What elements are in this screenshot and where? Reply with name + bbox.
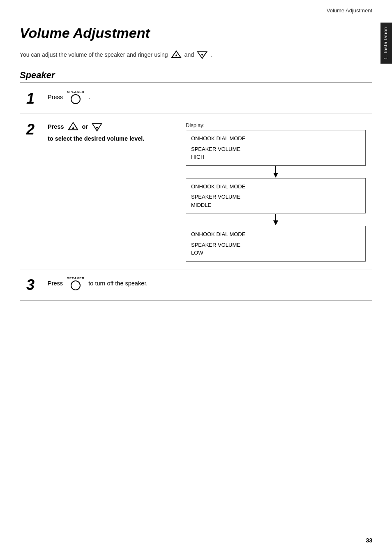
intro-and: and bbox=[184, 51, 194, 58]
display-low-line1: ONHOOK DIAL MODE bbox=[191, 230, 360, 239]
display-middle-line2: SPEAKER VOLUME bbox=[191, 193, 360, 201]
display-box-middle: ONHOOK DIAL MODE SPEAKER VOLUME MIDDLE bbox=[186, 178, 366, 214]
page-number: 33 bbox=[366, 537, 372, 544]
svg-text:▼: ▼ bbox=[201, 53, 204, 57]
intro-after: . bbox=[210, 51, 212, 58]
step-1-instruction: Press SPEAKER . bbox=[48, 90, 179, 104]
speaker-label-3: SPEAKER bbox=[67, 277, 84, 280]
svg-text:▲: ▲ bbox=[71, 125, 75, 130]
display-box-high-text: ONHOOK DIAL MODE SPEAKER VOLUME HIGH bbox=[191, 134, 360, 161]
display-low-line2: SPEAKER VOLUME bbox=[191, 241, 360, 249]
step-2-row: 2 Press ▲ or bbox=[20, 114, 372, 269]
display-box-middle-text: ONHOOK DIAL MODE SPEAKER VOLUME MIDDLE bbox=[191, 183, 360, 209]
step-1-row: 1 Press SPEAKER . bbox=[20, 83, 372, 114]
display-high-line2: SPEAKER VOLUME bbox=[191, 145, 360, 153]
arrow-connector-1 bbox=[186, 166, 366, 178]
step-2-or: or bbox=[82, 123, 88, 131]
step-2-instruction: Press ▲ or ▼ bbox=[48, 121, 179, 143]
main-content: Volume Adjustment You can adjust the vol… bbox=[0, 17, 392, 317]
step-1-press-label: Press bbox=[48, 93, 63, 101]
step-2-content: Press ▲ or ▼ bbox=[48, 121, 366, 262]
speaker-circle-3 bbox=[71, 280, 81, 290]
arrow-connector-2 bbox=[186, 213, 366, 226]
display-high-line1: ONHOOK DIAL MODE bbox=[191, 134, 360, 143]
display-middle-line3: MIDDLE bbox=[191, 201, 360, 209]
display-low-line3: LOW bbox=[191, 249, 360, 257]
step-3-suffix: to turn off the speaker. bbox=[88, 279, 148, 287]
step-2-up-arrow-icon: ▲ bbox=[67, 121, 79, 132]
step-1-suffix: . bbox=[88, 93, 90, 101]
intro-paragraph: You can adjust the volume of the speaker… bbox=[20, 49, 372, 60]
display-high-line3: HIGH bbox=[191, 153, 360, 161]
step-1-left: Press SPEAKER . bbox=[48, 90, 179, 104]
speaker-button-icon-1: SPEAKER bbox=[67, 90, 84, 104]
svg-text:▲: ▲ bbox=[174, 53, 178, 57]
svg-marker-9 bbox=[273, 173, 278, 178]
step-2-down-arrow-icon: ▼ bbox=[91, 121, 103, 132]
steps-container: 1 Press SPEAKER . 2 bbox=[20, 82, 372, 301]
step-2-number: 2 bbox=[26, 122, 41, 137]
side-tab: 1. Installation bbox=[380, 23, 392, 64]
speaker-label-1: SPEAKER bbox=[67, 90, 84, 94]
display-box-high: ONHOOK DIAL MODE SPEAKER VOLUME HIGH bbox=[186, 130, 366, 166]
breadcrumb: Volume Adjustment bbox=[0, 0, 392, 17]
step-3-number: 3 bbox=[26, 278, 41, 292]
step-2-left: Press ▲ or ▼ bbox=[48, 121, 179, 143]
step-2-display-section: Display: ONHOOK DIAL MODE SPEAKER VOLUME… bbox=[186, 122, 366, 262]
svg-text:▼: ▼ bbox=[95, 126, 99, 130]
display-label: Display: bbox=[186, 122, 366, 128]
step-3-press-label: Press bbox=[48, 279, 63, 287]
intro-before: You can adjust the volume of the speaker… bbox=[20, 51, 168, 58]
down-arrow-icon: ▼ bbox=[196, 49, 208, 60]
speaker-button-icon-3: SPEAKER bbox=[67, 277, 84, 290]
display-box-low: ONHOOK DIAL MODE SPEAKER VOLUME LOW bbox=[186, 226, 366, 262]
step-3-content: Press SPEAKER to turn off the speaker. bbox=[48, 277, 366, 290]
up-arrow-icon: ▲ bbox=[171, 49, 182, 60]
step-3-left: Press SPEAKER to turn off the speaker. bbox=[48, 277, 179, 290]
speaker-circle-1 bbox=[71, 94, 81, 104]
section-heading: Speaker bbox=[20, 70, 372, 81]
page-title: Volume Adjustment bbox=[20, 25, 372, 41]
step-1-number: 1 bbox=[26, 91, 41, 106]
step-3-row: 3 Press SPEAKER to turn off the speaker. bbox=[20, 269, 372, 300]
side-tab-label: 1. Installation bbox=[383, 27, 388, 60]
svg-marker-11 bbox=[273, 220, 278, 225]
step-1-content: Press SPEAKER . bbox=[48, 90, 366, 104]
display-box-low-text: ONHOOK DIAL MODE SPEAKER VOLUME LOW bbox=[191, 230, 360, 257]
step-3-instruction: Press SPEAKER to turn off the speaker. bbox=[48, 277, 179, 290]
step-2-select-text: to select the desired volume level. bbox=[48, 134, 144, 143]
display-boxes: ONHOOK DIAL MODE SPEAKER VOLUME HIGH bbox=[186, 130, 366, 262]
breadcrumb-text: Volume Adjustment bbox=[327, 7, 372, 14]
display-middle-line1: ONHOOK DIAL MODE bbox=[191, 183, 360, 191]
step-2-press: Press bbox=[48, 123, 64, 131]
